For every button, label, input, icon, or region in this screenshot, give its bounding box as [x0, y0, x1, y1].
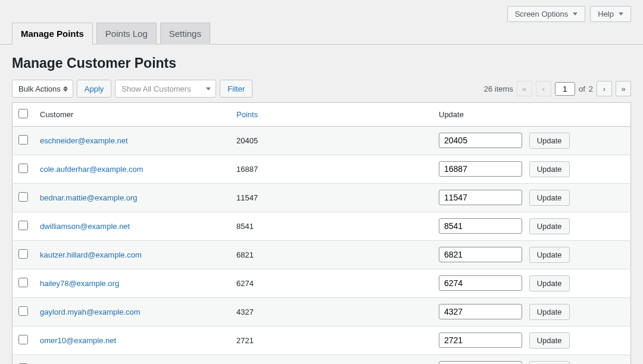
points-input[interactable]	[439, 190, 522, 205]
table-row: omer10@example.net 2721 Update	[13, 327, 631, 355]
points-cell: 852	[230, 355, 433, 365]
customer-link[interactable]: omer10@example.net	[40, 336, 116, 345]
customer-filter-select[interactable]: Show All Customers	[115, 80, 216, 98]
table-row: bednar.mattie@example.org 11547 Update	[13, 184, 631, 212]
update-button[interactable]: Update	[529, 275, 570, 291]
points-cell: 4327	[230, 298, 433, 327]
points-cell: 8541	[230, 212, 433, 241]
column-header-points[interactable]: Points	[236, 110, 258, 119]
customer-link[interactable]: hailey78@example.org	[40, 279, 119, 288]
table-row: cole.aufderhar@example.com 16887 Update	[13, 155, 631, 184]
row-checkbox[interactable]	[18, 278, 28, 287]
table-row: kautzer.hillard@example.com 6821 Update	[13, 241, 631, 269]
row-checkbox[interactable]	[18, 192, 28, 202]
row-checkbox[interactable]	[18, 335, 28, 344]
table-row: eschneider@example.net 20405 Update	[13, 127, 631, 155]
table-row: dwilliamson@example.net 8541 Update	[13, 212, 631, 241]
customer-link[interactable]: kautzer.hillard@example.com	[40, 250, 142, 259]
tab-settings[interactable]: Settings	[160, 23, 210, 45]
row-checkbox[interactable]	[18, 164, 28, 173]
points-cell: 6274	[230, 269, 433, 298]
table-row: gaylord.myah@example.com 4327 Update	[13, 298, 631, 327]
points-input[interactable]	[439, 133, 522, 148]
row-checkbox[interactable]	[18, 249, 28, 259]
current-page-input[interactable]	[555, 82, 575, 96]
update-button[interactable]: Update	[529, 361, 570, 364]
update-button[interactable]: Update	[529, 247, 570, 263]
table-row: graciela.bosco@example.com 852 Update	[13, 355, 631, 365]
row-checkbox[interactable]	[18, 306, 28, 316]
last-page-button[interactable]: »	[616, 81, 631, 96]
update-button[interactable]: Update	[529, 332, 570, 349]
update-button[interactable]: Update	[529, 133, 570, 149]
update-button[interactable]: Update	[529, 218, 570, 234]
points-input[interactable]	[439, 332, 522, 348]
update-button[interactable]: Update	[529, 304, 570, 320]
points-cell: 2721	[230, 327, 433, 355]
points-cell: 16887	[230, 155, 433, 184]
column-header-update: Update	[433, 103, 631, 127]
screen-options-button[interactable]: Screen Options	[507, 6, 586, 22]
bulk-actions-select[interactable]: Bulk Actions	[12, 80, 73, 98]
triangle-down-icon	[619, 12, 623, 15]
update-button[interactable]: Update	[529, 190, 570, 206]
prev-page-button: ‹	[536, 81, 551, 96]
row-checkbox[interactable]	[18, 221, 28, 230]
points-input[interactable]	[439, 218, 522, 234]
points-input[interactable]	[439, 361, 522, 364]
table-row: hailey78@example.org 6274 Update	[13, 269, 631, 298]
customer-link[interactable]: dwilliamson@example.net	[40, 222, 130, 231]
customer-link[interactable]: bednar.mattie@example.org	[40, 193, 138, 202]
select-all-checkbox[interactable]	[18, 109, 28, 118]
triangle-down-icon	[573, 12, 578, 15]
points-input[interactable]	[439, 275, 522, 291]
items-count: 26 items	[484, 84, 513, 93]
points-cell: 11547	[230, 184, 433, 212]
points-input[interactable]	[439, 304, 522, 319]
points-cell: 6821	[230, 241, 433, 269]
of-label: of	[579, 84, 585, 93]
total-pages: 2	[589, 84, 593, 93]
help-button[interactable]: Help	[590, 6, 631, 22]
updown-icon	[63, 86, 68, 92]
points-input[interactable]	[439, 161, 522, 177]
chevron-down-icon	[206, 87, 211, 90]
points-table: Customer Points Update eschneider@exampl…	[12, 102, 631, 364]
filter-button[interactable]: Filter	[220, 80, 252, 98]
customer-link[interactable]: cole.aufderhar@example.com	[40, 165, 143, 174]
tab-points-log[interactable]: Points Log	[96, 23, 157, 45]
row-checkbox[interactable]	[18, 135, 28, 145]
next-page-button[interactable]: ›	[597, 81, 612, 96]
customer-link[interactable]: gaylord.myah@example.com	[40, 307, 141, 316]
apply-button[interactable]: Apply	[77, 80, 112, 98]
column-header-customer[interactable]: Customer	[34, 103, 230, 127]
tab-manage-points[interactable]: Manage Points	[12, 23, 93, 45]
customer-link[interactable]: eschneider@example.net	[40, 136, 128, 145]
first-page-button: «	[517, 81, 532, 96]
nav-tabs: Manage Points Points Log Settings	[0, 22, 643, 45]
points-cell: 20405	[230, 127, 433, 155]
update-button[interactable]: Update	[529, 161, 570, 177]
points-input[interactable]	[439, 247, 522, 262]
page-title: Manage Customer Points	[12, 55, 631, 71]
